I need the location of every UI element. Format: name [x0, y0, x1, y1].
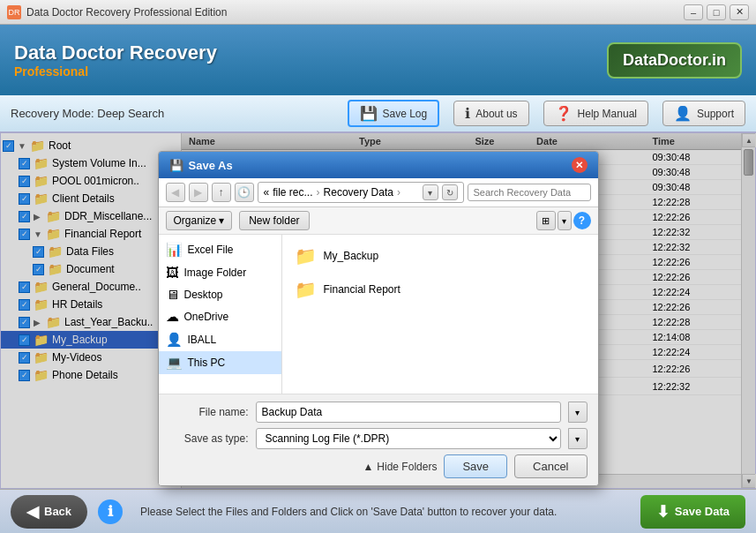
view-dropdown-button[interactable]: ▾	[558, 211, 572, 230]
dialog-file-mybackup[interactable]: 📁 My_Backup	[289, 242, 591, 270]
dialog-close-button[interactable]: ✕	[572, 157, 588, 173]
help-manual-label: Help Manual	[578, 108, 637, 120]
app-header: Data Doctor Recovery Professional DataDo…	[0, 25, 756, 95]
sidebar-item-thispc[interactable]: 💻 This PC	[159, 351, 281, 374]
sidebar-item-desktop-label: Desktop	[184, 289, 223, 301]
sidebar-item-desktop[interactable]: 🖥 Desktop	[159, 283, 281, 305]
back-nav-button[interactable]: ◀	[166, 183, 185, 202]
about-us-label: About us	[475, 108, 517, 120]
brand: Data Doctor Recovery Professional	[14, 41, 217, 79]
support-label: Support	[697, 108, 734, 120]
support-icon: 👤	[674, 105, 692, 122]
save-log-button[interactable]: 💾 Save Log	[348, 100, 440, 127]
recent-nav-button[interactable]: 🕒	[235, 183, 254, 202]
breadcrumb-bar[interactable]: « file rec... › Recovery Data › ▾ ↻	[258, 182, 464, 203]
dialog-actions: ▲ Hide Folders Save Cancel	[169, 454, 588, 478]
view-buttons: ⊞ ▾ ?	[536, 211, 591, 230]
dialog-file-mybackup-label: My_Backup	[324, 250, 379, 262]
back-label: Back	[44, 505, 71, 518]
organize-label: Organize	[174, 214, 217, 227]
breadcrumb-sep2: ›	[397, 186, 400, 199]
folder-financial-icon: 📁	[295, 279, 317, 300]
desktop-icon: 🖥	[166, 287, 179, 302]
sidebar-item-image-label: Image Folder	[184, 266, 247, 279]
breadcrumb-filerec: file rec...	[273, 186, 312, 199]
hide-folders-button[interactable]: ▲ Hide Folders	[363, 461, 437, 473]
maximize-button[interactable]: □	[707, 4, 726, 20]
main-area: ✓ ▼ 📁 Root ✓ 📁 System Volume In... ✓ 📁 P…	[0, 132, 756, 489]
back-button[interactable]: ◀ Back	[11, 495, 87, 529]
breadcrumb-refresh[interactable]: ↻	[442, 184, 458, 200]
filename-input[interactable]	[256, 402, 561, 423]
filename-row: File name: ▾	[169, 402, 588, 423]
saveastype-select[interactable]: Scanning Log File (*.DPR)	[256, 428, 561, 449]
dialog-overlay: 💾 Save As ✕ ◀ ▶ ↑ 🕒 « file rec... › Reco…	[1, 133, 755, 488]
search-input[interactable]	[474, 187, 595, 198]
saveastype-row: Save as type: Scanning Log File (*.DPR) …	[169, 428, 588, 449]
dialog-body: 📊 Excel File 🖼 Image Folder 🖥 Desktop ☁ …	[159, 235, 598, 394]
excel-icon: 📊	[166, 242, 183, 258]
save-data-button[interactable]: ⬇ Save Data	[640, 495, 745, 529]
dialog-save-button[interactable]: Save	[444, 454, 507, 478]
sidebar-item-excel[interactable]: 📊 Excel File	[159, 238, 281, 261]
sidebar-item-onedrive-label: OneDrive	[184, 311, 229, 323]
breadcrumb-dropdown[interactable]: ▾	[423, 184, 438, 200]
dialog-files-area: 📁 My_Backup 📁 Financial Report	[282, 235, 598, 394]
breadcrumb-recoverydata: Recovery Data	[324, 186, 393, 199]
recovery-mode-label: Recovery Mode: Deep Search	[11, 107, 164, 120]
hide-folders-label: Hide Folders	[377, 461, 437, 473]
view-toggle-button[interactable]: ⊞	[536, 211, 556, 230]
app-icon: DR	[7, 5, 21, 19]
up-nav-button[interactable]: ↑	[212, 183, 231, 202]
breadcrumb-start: «	[264, 186, 270, 199]
help-button[interactable]: ?	[573, 212, 591, 229]
back-arrow-icon: ◀	[26, 502, 39, 522]
close-button[interactable]: ✕	[730, 4, 749, 20]
organize-dropdown-icon: ▾	[219, 214, 224, 227]
folder-mybackup-icon: 📁	[295, 245, 317, 266]
dialog-file-financial-label: Financial Report	[324, 283, 400, 296]
minimize-button[interactable]: –	[684, 4, 703, 20]
user-icon: 👤	[166, 332, 183, 348]
dialog-title-bar: 💾 Save As ✕	[159, 152, 598, 178]
filename-dropdown[interactable]: ▾	[568, 402, 588, 423]
breadcrumb-sep: ›	[317, 186, 320, 199]
titlebar-left: DR Data Doctor Recovery Professional Edi…	[7, 5, 227, 19]
save-log-icon: 💾	[360, 105, 378, 122]
dialog-file-financial[interactable]: 📁 Financial Report	[289, 275, 591, 304]
dialog-toolbar: Organize ▾ New folder ⊞ ▾ ?	[159, 207, 598, 235]
saveastype-dropdown[interactable]: ▾	[568, 428, 588, 449]
brand-subtitle: Professional	[14, 64, 217, 79]
bottom-bar: ◀ Back ℹ Please Select the Files and Fol…	[0, 489, 756, 533]
pc-icon: 💻	[166, 355, 183, 371]
dialog-cancel-button[interactable]: Cancel	[514, 454, 587, 478]
save-log-label: Save Log	[383, 108, 428, 120]
titlebar-controls: – □ ✕	[684, 4, 749, 20]
help-manual-button[interactable]: ❓ Help Manual	[543, 101, 648, 126]
organize-button[interactable]: Organize ▾	[166, 211, 233, 230]
dialog-footer: File name: ▾ Save as type: Scanning Log …	[159, 394, 598, 485]
dialog-nav: ◀ ▶ ↑ 🕒 « file rec... › Recovery Data › …	[159, 178, 598, 207]
app-title: Data Doctor Recovery Professional Editio…	[26, 6, 227, 19]
about-us-button[interactable]: ℹ About us	[453, 101, 528, 126]
sidebar-item-iball[interactable]: 👤 IBALL	[159, 328, 281, 351]
info-icon: ℹ	[98, 499, 123, 524]
help-icon: ❓	[555, 105, 573, 122]
logo: DataDoctor.in	[607, 42, 742, 79]
new-folder-button[interactable]: New folder	[239, 211, 309, 230]
save-data-icon: ⬇	[656, 502, 670, 522]
save-data-label: Save Data	[675, 505, 730, 518]
image-icon: 🖼	[166, 265, 179, 280]
forward-nav-button[interactable]: ▶	[189, 183, 208, 202]
onedrive-icon: ☁	[166, 309, 179, 325]
sidebar-item-onedrive[interactable]: ☁ OneDrive	[159, 305, 281, 328]
sidebar-item-image[interactable]: 🖼 Image Folder	[159, 261, 281, 283]
saveastype-label: Save as type:	[169, 432, 249, 445]
save-as-dialog: 💾 Save As ✕ ◀ ▶ ↑ 🕒 « file rec... › Reco…	[158, 151, 599, 486]
support-button[interactable]: 👤 Support	[662, 101, 745, 126]
toolbar: Recovery Mode: Deep Search 💾 Save Log ℹ …	[0, 95, 756, 132]
dialog-title-icon: 💾	[169, 159, 183, 172]
search-bar: 🔍	[468, 184, 591, 201]
filename-label: File name:	[169, 406, 249, 418]
sidebar-item-excel-label: Excel File	[188, 244, 234, 256]
